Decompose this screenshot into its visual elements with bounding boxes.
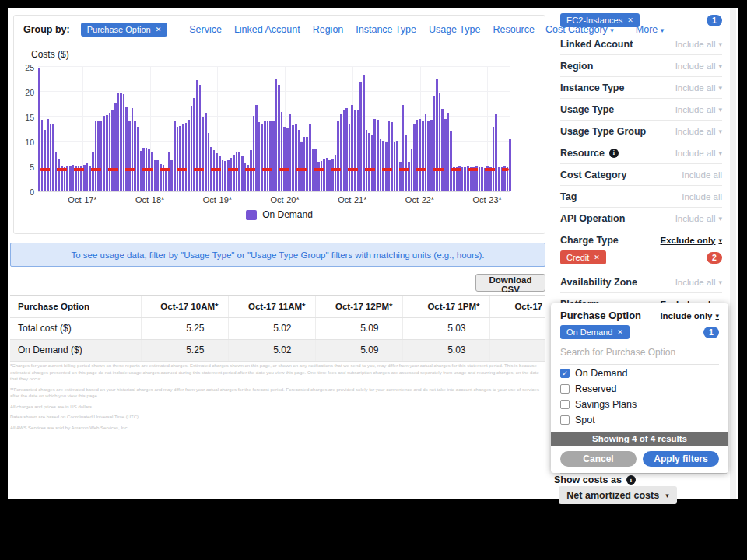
column-header-oct-17-2pm[interactable]: Oct-17 2PM* bbox=[489, 296, 545, 317]
costs-display-dropdown[interactable]: Net amortized costs ▾ bbox=[559, 486, 677, 504]
cost-bar[interactable] bbox=[261, 124, 263, 191]
cost-bar[interactable] bbox=[224, 161, 226, 191]
cost-bar[interactable] bbox=[357, 110, 359, 191]
column-header-purchase-option[interactable]: Purchase Option bbox=[10, 296, 141, 317]
cost-bar[interactable] bbox=[422, 121, 424, 192]
cost-bar[interactable] bbox=[416, 120, 419, 191]
cost-bar[interactable] bbox=[306, 137, 308, 191]
download-csv-button[interactable]: Download CSV bbox=[475, 274, 545, 292]
cost-bar[interactable] bbox=[275, 79, 278, 191]
remove-chip-icon[interactable]: ✕ bbox=[617, 328, 623, 336]
cost-bar[interactable] bbox=[264, 121, 266, 191]
cost-bar[interactable] bbox=[151, 152, 153, 191]
cost-bar[interactable] bbox=[196, 80, 198, 191]
cost-bar[interactable] bbox=[399, 162, 402, 191]
cost-bar[interactable] bbox=[354, 110, 356, 191]
filter-value-dropdown[interactable]: Include all bbox=[682, 170, 722, 180]
groupby-link-usage-type[interactable]: Usage Type bbox=[429, 24, 480, 35]
cost-bar[interactable] bbox=[182, 124, 184, 191]
cost-bar[interactable] bbox=[340, 114, 342, 191]
cost-bar[interactable] bbox=[479, 167, 481, 191]
on-demand-chip[interactable]: On Demand ✕ bbox=[560, 325, 630, 339]
cost-bar[interactable] bbox=[323, 159, 325, 191]
cost-bar[interactable] bbox=[289, 114, 292, 192]
purchase-option-spot[interactable]: Spot bbox=[560, 413, 719, 427]
cost-bar[interactable] bbox=[309, 124, 311, 191]
service-filter-chip[interactable]: EC2-Instances ✕ bbox=[560, 13, 640, 27]
cost-bar[interactable] bbox=[170, 160, 173, 191]
cost-bar[interactable] bbox=[300, 142, 303, 191]
cost-bar[interactable] bbox=[38, 68, 40, 191]
cost-bar[interactable] bbox=[193, 98, 195, 191]
filter-value-dropdown[interactable]: Include all▾ bbox=[675, 61, 722, 71]
apply-filters-button[interactable]: Apply filters bbox=[643, 451, 719, 467]
cost-bar[interactable] bbox=[286, 128, 289, 191]
cost-bar[interactable] bbox=[489, 167, 492, 191]
cost-bar[interactable] bbox=[495, 114, 497, 191]
cost-bar[interactable] bbox=[436, 79, 438, 191]
cost-bar[interactable] bbox=[238, 152, 240, 191]
filter-value-dropdown[interactable]: Include all▾ bbox=[675, 149, 722, 158]
cost-bar[interactable] bbox=[100, 121, 103, 191]
include-only-dropdown[interactable]: Include only▾ bbox=[660, 311, 719, 320]
filter-value-dropdown[interactable]: Exclude only▾ bbox=[661, 236, 722, 245]
sidebar-scrollbar[interactable] bbox=[730, 8, 736, 499]
cost-bar[interactable] bbox=[244, 163, 247, 191]
info-icon[interactable]: i bbox=[609, 149, 619, 158]
cost-bar[interactable] bbox=[450, 131, 452, 191]
cost-bar[interactable] bbox=[374, 119, 376, 191]
cost-bar[interactable] bbox=[366, 130, 368, 191]
cost-bar[interactable] bbox=[331, 159, 334, 191]
cost-bar[interactable] bbox=[117, 93, 120, 191]
cost-bar[interactable] bbox=[408, 162, 410, 191]
cost-bar[interactable] bbox=[125, 107, 128, 191]
cost-bar[interactable] bbox=[134, 121, 136, 191]
cost-bar[interactable] bbox=[413, 124, 416, 191]
remove-chip-icon[interactable]: ✕ bbox=[627, 16, 633, 24]
cost-bar[interactable] bbox=[430, 120, 433, 191]
filter-value-dropdown[interactable]: Include all▾ bbox=[675, 214, 722, 223]
cost-bar[interactable] bbox=[382, 141, 384, 191]
cost-bar[interactable] bbox=[236, 152, 238, 191]
cost-bar[interactable] bbox=[95, 121, 97, 191]
cost-bar[interactable] bbox=[349, 124, 351, 191]
info-icon[interactable]: i bbox=[626, 475, 636, 485]
cost-bar[interactable] bbox=[444, 119, 447, 191]
cost-bar[interactable] bbox=[456, 167, 458, 191]
cost-bar[interactable] bbox=[267, 121, 269, 191]
groupby-chip-purchase-option[interactable]: Purchase Option ✕ bbox=[81, 23, 167, 37]
cost-bar[interactable] bbox=[298, 130, 300, 191]
cost-bar[interactable] bbox=[295, 124, 297, 191]
cost-bar[interactable] bbox=[394, 142, 396, 191]
filter-value-dropdown[interactable]: Include all bbox=[682, 192, 722, 201]
cost-bar[interactable] bbox=[92, 152, 94, 191]
cost-bar[interactable] bbox=[233, 155, 235, 191]
cost-bar[interactable] bbox=[433, 96, 436, 191]
cost-bar[interactable] bbox=[493, 127, 495, 191]
cost-bar[interactable] bbox=[154, 160, 156, 191]
cost-bar[interactable] bbox=[281, 112, 283, 191]
purchase-search-input[interactable] bbox=[560, 345, 719, 359]
cost-bar[interactable] bbox=[326, 158, 328, 191]
cost-bar[interactable] bbox=[227, 160, 230, 191]
cancel-button[interactable]: Cancel bbox=[560, 451, 637, 467]
checkbox-checked[interactable]: ✓ bbox=[560, 369, 570, 378]
cost-bar[interactable] bbox=[317, 162, 320, 191]
cost-bar[interactable] bbox=[396, 141, 398, 191]
cost-bar[interactable] bbox=[114, 103, 117, 191]
cost-bar[interactable] bbox=[427, 121, 430, 191]
cost-bar[interactable] bbox=[165, 169, 167, 191]
cost-bar[interactable] bbox=[385, 142, 388, 191]
cost-bar[interactable] bbox=[58, 159, 60, 191]
cost-bar[interactable] bbox=[447, 113, 450, 191]
cost-bar[interactable] bbox=[405, 135, 407, 191]
cost-bar[interactable] bbox=[241, 156, 244, 191]
cost-bar[interactable] bbox=[156, 160, 159, 191]
cost-bar[interactable] bbox=[509, 139, 511, 191]
cost-bar[interactable] bbox=[402, 105, 405, 191]
cost-bar[interactable] bbox=[439, 93, 441, 191]
cost-bar[interactable] bbox=[177, 127, 179, 191]
filter-value-dropdown[interactable]: Include all▾ bbox=[675, 105, 722, 114]
checkbox-unchecked[interactable] bbox=[560, 400, 570, 409]
cost-bar[interactable] bbox=[188, 120, 190, 191]
